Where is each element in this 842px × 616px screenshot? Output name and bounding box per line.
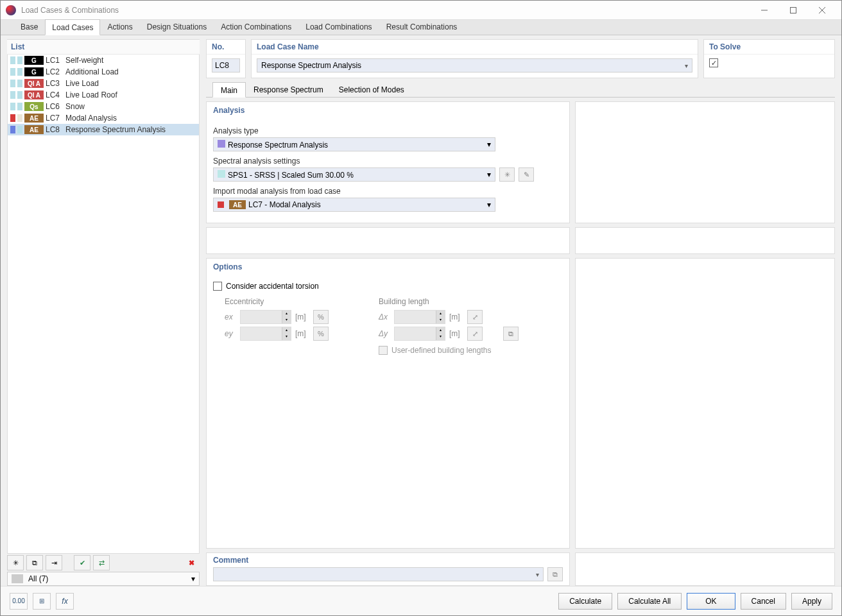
- list-item[interactable]: GLC2Additional Load: [8, 66, 199, 78]
- comment-combo[interactable]: ▾: [213, 567, 544, 581]
- no-label: No.: [207, 40, 245, 55]
- no-input[interactable]: [212, 58, 240, 73]
- torsion-label: Consider accidental torsion: [226, 282, 319, 291]
- name-label: Load Case Name: [252, 40, 698, 55]
- settings-new-icon[interactable]: ✳: [499, 167, 515, 182]
- ex-percent-icon[interactable]: %: [313, 310, 329, 324]
- name-value: Response Spectrum Analysis: [261, 61, 361, 70]
- subtab-strip: Main Response Spectrum Selection of Mode…: [206, 82, 835, 98]
- bottom-bar: 0.00 ⊞ fx Calculate Calculate All OK Can…: [1, 586, 841, 615]
- tab-action-combinations[interactable]: Action Combinations: [214, 19, 298, 35]
- filter-label: All (7): [28, 574, 48, 583]
- maximize-button[interactable]: [778, 1, 807, 19]
- subtab-response-spectrum[interactable]: Response Spectrum: [246, 82, 331, 97]
- import-modal-select[interactable]: AE LC7 - Modal Analysis ▾: [213, 198, 495, 212]
- delete-button[interactable]: ✖: [183, 555, 200, 570]
- copy-lengths-icon[interactable]: ⧉: [503, 327, 519, 341]
- subtab-main[interactable]: Main: [212, 82, 246, 98]
- tree-button[interactable]: ⇄: [93, 555, 110, 570]
- spectral-settings-select[interactable]: SPS1 - SRSS | Scaled Sum 30.00 % ▾: [213, 167, 495, 182]
- apply-button[interactable]: Apply: [791, 593, 832, 610]
- new-button[interactable]: ✳: [7, 555, 24, 570]
- window-title: Load Cases & Combinations: [21, 6, 750, 15]
- calculate-all-button[interactable]: Calculate All: [617, 593, 682, 610]
- dx-pick-icon[interactable]: ⤢: [467, 310, 483, 324]
- list-header: List: [7, 39, 200, 55]
- import-button[interactable]: ⇥: [46, 555, 62, 570]
- settings-edit-icon[interactable]: ✎: [519, 167, 534, 182]
- ey-percent-icon[interactable]: %: [313, 327, 329, 341]
- copy-button[interactable]: ⧉: [26, 555, 43, 570]
- tab-load-cases[interactable]: Load Cases: [45, 19, 100, 35]
- svg-rect-1: [790, 7, 796, 13]
- list-item[interactable]: QI ALC4Live Load Roof: [8, 89, 199, 101]
- list-item[interactable]: QsLC6Snow: [8, 101, 199, 112]
- eccentricity-title: Eccentricity: [225, 297, 366, 306]
- userdef-checkbox[interactable]: [379, 346, 388, 355]
- analysis-type-select[interactable]: Response Spectrum Analysis ▾: [213, 137, 495, 151]
- solve-label: To Solve: [704, 40, 834, 55]
- close-button[interactable]: [807, 1, 836, 19]
- list-item[interactable]: AELC8Response Spectrum Analysis: [8, 124, 199, 135]
- import-modal-label: Import modal analysis from load case: [213, 187, 563, 196]
- tab-actions[interactable]: Actions: [100, 19, 139, 35]
- app-icon: [6, 5, 16, 15]
- dy-input[interactable]: ▴▾: [394, 327, 445, 341]
- options-title: Options: [207, 259, 569, 275]
- check-button[interactable]: ✔: [74, 555, 90, 570]
- dy-pick-icon[interactable]: ⤢: [467, 327, 483, 341]
- filter-select[interactable]: All (7) ▾: [7, 572, 200, 586]
- list-item[interactable]: AELC7Modal Analysis: [8, 112, 199, 124]
- spectral-settings-label: Spectral analysis settings: [213, 157, 563, 166]
- main-tabstrip: Base Load Cases Actions Design Situation…: [1, 20, 841, 35]
- minimize-button[interactable]: [750, 1, 778, 19]
- analysis-type-label: Analysis type: [213, 126, 563, 135]
- analysis-title: Analysis: [207, 102, 569, 119]
- ey-input[interactable]: ▴▾: [240, 327, 291, 341]
- subtab-selection-of-modes[interactable]: Selection of Modes: [331, 82, 412, 97]
- tab-load-combinations[interactable]: Load Combinations: [298, 19, 379, 35]
- fx-icon[interactable]: fx: [56, 593, 74, 610]
- load-case-list: GLC1Self-weightGLC2Additional LoadQI ALC…: [7, 55, 200, 554]
- dx-input[interactable]: ▴▾: [394, 310, 445, 324]
- tab-design-situations[interactable]: Design Situations: [140, 19, 214, 35]
- units-icon[interactable]: 0.00: [10, 593, 28, 610]
- comment-title: Comment: [207, 553, 569, 567]
- ex-input[interactable]: ▴▾: [240, 310, 291, 324]
- list-item[interactable]: QI ALC3Live Load: [8, 78, 199, 89]
- titlebar: Load Cases & Combinations: [1, 1, 841, 20]
- ok-button[interactable]: OK: [687, 593, 735, 610]
- torsion-checkbox[interactable]: [213, 282, 222, 291]
- tree-icon[interactable]: ⊞: [33, 593, 51, 610]
- userdef-label: User-defined building lengths: [391, 346, 491, 355]
- list-item[interactable]: GLC1Self-weight: [8, 55, 199, 66]
- solve-checkbox[interactable]: [709, 58, 718, 67]
- comment-edit-icon[interactable]: ⧉: [547, 567, 563, 581]
- tab-base[interactable]: Base: [13, 19, 45, 35]
- name-combo[interactable]: Response Spectrum Analysis▾: [257, 58, 692, 73]
- cancel-button[interactable]: Cancel: [741, 593, 786, 610]
- tab-result-combinations[interactable]: Result Combinations: [379, 19, 465, 35]
- building-length-title: Building length: [379, 297, 546, 306]
- calculate-button[interactable]: Calculate: [558, 593, 612, 610]
